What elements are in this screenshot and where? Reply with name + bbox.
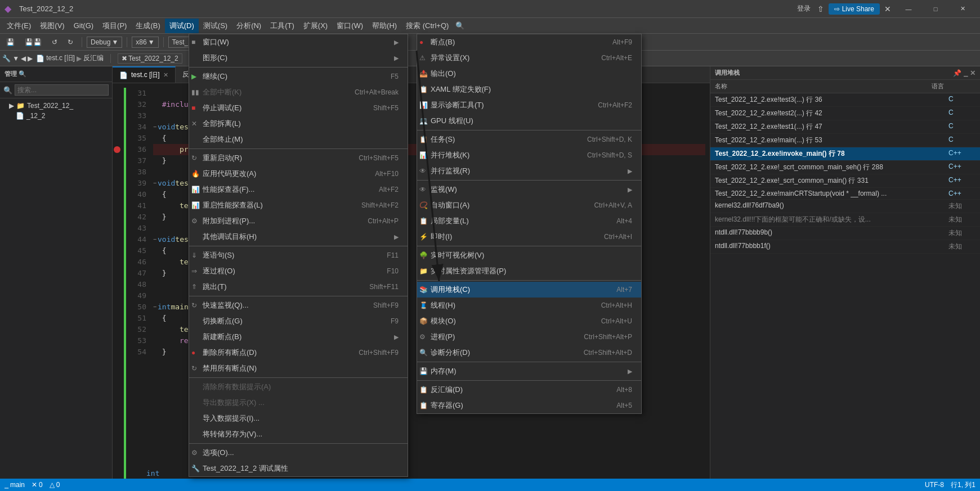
save-all-button[interactable]: 💾💾 bbox=[21, 36, 46, 48]
status-errors[interactable]: ✕ 0 bbox=[32, 481, 43, 489]
menu-view[interactable]: 视图(V) bbox=[35, 19, 69, 33]
tab-test-c[interactable]: 📄 test.c [旧] ✕ bbox=[113, 66, 176, 83]
menu-debug[interactable]: 调试(D) bbox=[165, 19, 199, 33]
dm-quick-watch[interactable]: ↻ 快速监视(Q)... Shift+F9 bbox=[189, 298, 408, 313]
subtab-dropdown[interactable]: ✖ Test_2022_12_2 bbox=[118, 53, 182, 64]
ws-diag-analysis[interactable]: 🔍 诊断分析(D) Ctrl+Shift+Alt+D bbox=[417, 345, 641, 361]
arch-dropdown[interactable]: x86 ▼ bbox=[132, 37, 158, 48]
menu-window[interactable]: 窗口(W) bbox=[332, 19, 368, 33]
cs-row-8[interactable]: kernel32.dll!76df7ba9() 未知 bbox=[710, 200, 980, 213]
fold-44[interactable]: − bbox=[153, 234, 156, 245]
nav-forward[interactable]: ▶ bbox=[28, 55, 33, 62]
tab-close-test-c[interactable]: ✕ bbox=[163, 71, 168, 79]
sidebar-search-input[interactable] bbox=[15, 84, 109, 96]
maximize-button[interactable]: □ bbox=[923, 0, 948, 18]
dm-break-all[interactable]: ▮▮ 全部中断(K) Ctrl+Alt+Break bbox=[189, 84, 408, 100]
ws-diag-tools[interactable]: 📊 显示诊断工具(T) Ctrl+Alt+F2 bbox=[417, 97, 641, 113]
menu-test[interactable]: 测试(S) bbox=[199, 19, 232, 33]
login-text[interactable]: 登录 bbox=[797, 4, 811, 13]
status-warnings[interactable]: △ 0 bbox=[50, 481, 60, 489]
cs-row-9[interactable]: kernel32.dll!!!下面的框架可能不正确和/或缺失，设... 未知 bbox=[710, 213, 980, 227]
ws-threads[interactable]: 🧵 线程(H) Ctrl+Alt+H bbox=[417, 298, 641, 313]
ws-xaml-binding[interactable]: 📋 XAML 绑定失败(F) bbox=[417, 82, 641, 97]
undo-button[interactable]: ↺ bbox=[48, 36, 61, 48]
ws-disasm[interactable]: 📋 反汇编(D) Alt+8 bbox=[417, 382, 641, 398]
panel-pin[interactable]: 📌 bbox=[953, 69, 961, 77]
breadcrumb-section[interactable]: 反汇编 bbox=[83, 53, 104, 63]
menu-analyze[interactable]: 分析(N) bbox=[232, 19, 266, 33]
ws-exception-settings[interactable]: ⚠ 异常设置(X) Ctrl+Alt+E bbox=[417, 50, 641, 66]
menu-help[interactable]: 帮助(H) bbox=[368, 19, 401, 33]
ws-autos[interactable]: 📿 自动窗口(A) Ctrl+Alt+V, A bbox=[417, 197, 641, 213]
ws-registers[interactable]: 📋 寄存器(G) Alt+5 bbox=[417, 398, 641, 413]
dm-graphics[interactable]: 图形(C) ▶ bbox=[189, 50, 408, 66]
fold-39[interactable]: − bbox=[153, 178, 156, 189]
dm-options[interactable]: ⚙ 选项(O)... bbox=[189, 445, 408, 461]
tools-icon[interactable]: 🔧 ▼ bbox=[2, 55, 19, 62]
menu-file[interactable]: 文件(E) bbox=[2, 19, 35, 33]
pin-icon[interactable]: ✕ bbox=[884, 4, 891, 13]
dm-stop-debug[interactable]: ■ 停止调试(E) Shift+F5 bbox=[189, 100, 408, 116]
dm-restart-perf[interactable]: 📊 重启性能探查器(L) Shift+Alt+F2 bbox=[189, 197, 408, 213]
cs-row-4[interactable]: Test_2022_12_2.exe!invoke_main() 行 78 C+… bbox=[710, 147, 980, 161]
dm-apply-code[interactable]: 🔥 应用代码更改(A) Alt+F10 bbox=[189, 166, 408, 182]
dm-disable-all-bp[interactable]: ↻ 禁用所有断点(N) bbox=[189, 361, 408, 376]
dm-continue[interactable]: ▶ 继续(C) F5 bbox=[189, 69, 408, 84]
menu-git[interactable]: Git(G) bbox=[69, 19, 98, 32]
ws-breakpoints[interactable]: ● 断点(B) Alt+F9 bbox=[417, 34, 641, 50]
dm-step-into[interactable]: ⇓ 逐语句(S) F11 bbox=[189, 247, 408, 263]
cs-row-10[interactable]: ntdll.dll!77bbbb9b() 未知 bbox=[710, 227, 980, 240]
cs-row-7[interactable]: Test_2022_12_2.exe!mainCRTStartup(void *… bbox=[710, 188, 980, 200]
dm-save-dump[interactable]: 将转储另存为(V)... bbox=[189, 426, 408, 442]
ws-live-prop-explorer[interactable]: 📁 实时属性资源管理器(P) bbox=[417, 263, 641, 279]
cs-row-11[interactable]: ntdll.dll!77bbbb1f() 未知 bbox=[710, 240, 980, 254]
live-share-button[interactable]: ⇨ Live Share bbox=[829, 3, 880, 15]
ws-locals[interactable]: 📋 局部变量(L) Alt+4 bbox=[417, 213, 641, 229]
fold-34[interactable]: − bbox=[153, 121, 156, 133]
ws-memory[interactable]: 💾 内存(M) ▶ bbox=[417, 363, 641, 379]
debug-mode-dropdown[interactable]: Debug ▼ bbox=[87, 37, 122, 48]
ws-processes[interactable]: ⚙ 进程(P) Ctrl+Shift+Alt+P bbox=[417, 329, 641, 345]
cs-row-2[interactable]: Test_2022_12_2.exe!test1(...) 行 47 C bbox=[710, 120, 980, 134]
minimize-button[interactable]: ― bbox=[896, 0, 921, 18]
cs-row-0[interactable]: Test_2022_12_2.exe!test3(...) 行 36 C bbox=[710, 93, 980, 107]
dm-import-tips[interactable]: 导入数据提示(I)... bbox=[189, 411, 408, 426]
nav-back[interactable]: ◀ bbox=[21, 55, 26, 62]
dm-window[interactable]: ■ 窗口(W) ▶ bbox=[189, 34, 408, 50]
ws-call-stack[interactable]: 📚 调用堆栈(C) Alt+7 bbox=[417, 282, 641, 298]
close-button[interactable]: ✕ bbox=[950, 0, 975, 18]
ws-modules[interactable]: 📦 模块(O) Ctrl+Alt+U bbox=[417, 313, 641, 329]
dm-restart[interactable]: ↻ 重新启动(R) Ctrl+Shift+F5 bbox=[189, 150, 408, 166]
ws-watch[interactable]: 👁 监视(W) ▶ bbox=[417, 182, 641, 197]
ws-tasks[interactable]: 📋 任务(S) Ctrl+Shift+D, K bbox=[417, 132, 641, 147]
cs-row-3[interactable]: Test_2022_12_2.exe!main(...) 行 53 C bbox=[710, 134, 980, 147]
dm-debug-props[interactable]: 🔧 Test_2022_12_2 调试属性 bbox=[189, 461, 408, 476]
save-button[interactable]: 💾 bbox=[2, 36, 19, 48]
breadcrumb-file[interactable]: test.c [旧] bbox=[46, 53, 75, 63]
dm-perf-profiler[interactable]: 📊 性能探查器(F)... Alt+F2 bbox=[189, 182, 408, 197]
cs-row-1[interactable]: Test_2022_12_2.exe!test2(...) 行 42 C bbox=[710, 107, 980, 120]
fold-50[interactable]: − bbox=[153, 301, 156, 313]
dm-step-out[interactable]: ⇑ 跳出(T) Shift+F11 bbox=[189, 279, 408, 295]
menu-extensions[interactable]: 扩展(X) bbox=[299, 19, 332, 33]
cs-row-6[interactable]: Test_2022_12_2.exe!_scrt_common_main() 行… bbox=[710, 174, 980, 188]
sidebar-item-sub[interactable]: 📄 _12_2 bbox=[0, 111, 112, 121]
ws-gpu-threads[interactable]: 💻 GPU 线程(U) bbox=[417, 113, 641, 129]
cs-row-5[interactable]: Test_2022_12_2.exe!_scrt_common_main_seh… bbox=[710, 161, 980, 174]
ws-output[interactable]: 📤 输出(O) bbox=[417, 66, 641, 82]
dm-attach-process[interactable]: ⚙ 附加到进程(P)... Ctrl+Alt+P bbox=[189, 213, 408, 229]
status-encoding[interactable]: UTF-8 bbox=[925, 481, 944, 489]
dm-other-targets[interactable]: 其他调试目标(H) ▶ bbox=[189, 229, 408, 245]
dm-delete-all-bp[interactable]: ● 删除所有断点(D) Ctrl+Shift+F9 bbox=[189, 345, 408, 361]
dm-step-over[interactable]: ⇒ 逐过程(O) F10 bbox=[189, 263, 408, 279]
menu-project[interactable]: 项目(P) bbox=[98, 19, 131, 33]
panel-close[interactable]: ✕ bbox=[970, 69, 975, 77]
status-branch[interactable]: ⎯ main bbox=[5, 481, 25, 489]
dm-detach-all[interactable]: ✕ 全部拆离(L) bbox=[189, 116, 408, 132]
dm-toggle-bp[interactable]: 切换断点(G) F9 bbox=[189, 313, 408, 329]
dm-terminate-all[interactable]: 全部终止(M) bbox=[189, 132, 408, 147]
ws-live-visual-tree[interactable]: 🌳 实时可视化树(V) bbox=[417, 247, 641, 263]
menu-search[interactable]: 搜索 (Ctrl+Q) bbox=[401, 19, 453, 33]
ws-parallel-stacks[interactable]: 📊 并行堆栈(K) Ctrl+Shift+D, S bbox=[417, 147, 641, 163]
sidebar-item-project[interactable]: ▶ 📁 Test_2022_12_ bbox=[0, 101, 112, 111]
